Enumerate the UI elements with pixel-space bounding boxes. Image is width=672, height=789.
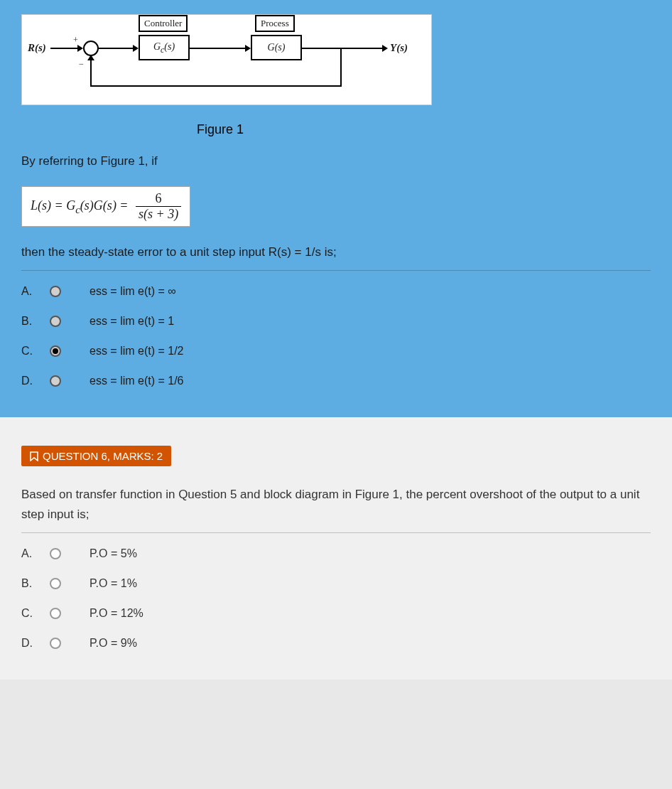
option-letter: C. bbox=[21, 345, 50, 358]
controller-block: Gc(s) bbox=[139, 35, 190, 60]
process-block: G(s) bbox=[251, 35, 302, 60]
question-followup: then the steady-state error to a unit st… bbox=[21, 242, 651, 262]
radio-button[interactable] bbox=[50, 316, 61, 327]
question-badge: QUESTION 6, MARKS: 2 bbox=[21, 446, 171, 466]
output-signal-label: Y(s) bbox=[390, 42, 408, 54]
formula-box: L(s) = Gc(s)G(s) = 6 s(s + 3) bbox=[21, 186, 190, 227]
formula-denominator: s(s + 3) bbox=[136, 207, 181, 222]
option-d[interactable]: D. ess = lim e(t) = 1/6 bbox=[21, 366, 651, 396]
divider bbox=[21, 532, 651, 533]
divider bbox=[21, 270, 651, 271]
diagram-wire bbox=[50, 48, 79, 49]
plus-sign: + bbox=[73, 35, 78, 45]
radio-button[interactable] bbox=[50, 286, 61, 297]
bookmark-icon bbox=[30, 451, 38, 461]
arrow-icon bbox=[87, 55, 94, 60]
input-signal-label: R(s) bbox=[28, 42, 46, 54]
option-text: P.O = 9% bbox=[90, 637, 137, 650]
option-letter: A. bbox=[21, 285, 50, 298]
radio-button[interactable] bbox=[50, 578, 61, 589]
option-c[interactable]: C. P.O = 12% bbox=[21, 599, 651, 628]
question-text: Based on transfer function in Question 5… bbox=[21, 485, 651, 523]
formula-numerator: 6 bbox=[136, 191, 181, 207]
figure-caption: Figure 1 bbox=[185, 122, 256, 137]
process-title: Process bbox=[255, 15, 295, 32]
radio-button[interactable] bbox=[50, 375, 61, 387]
block-diagram: R(s) + − Controller Gc(s) Process G(s) bbox=[28, 21, 426, 99]
option-text: P.O = 1% bbox=[90, 577, 137, 590]
badge-text: QUESTION 6, MARKS: 2 bbox=[43, 450, 163, 462]
option-a[interactable]: A. P.O = 5% bbox=[21, 539, 651, 569]
option-letter: B. bbox=[21, 315, 50, 328]
radio-button[interactable] bbox=[50, 638, 61, 649]
radio-button[interactable] bbox=[50, 608, 61, 619]
diagram-wire bbox=[190, 48, 246, 49]
option-text: P.O = 5% bbox=[90, 547, 137, 560]
option-letter: B. bbox=[21, 577, 50, 590]
controller-title: Controller bbox=[139, 15, 188, 32]
radio-button[interactable] bbox=[50, 548, 61, 559]
diagram-wire bbox=[90, 85, 342, 87]
diagram-wire bbox=[340, 48, 342, 87]
arrow-icon bbox=[382, 45, 388, 52]
arrow-icon bbox=[77, 45, 83, 52]
option-text: ess = lim e(t) = ∞ bbox=[90, 285, 176, 298]
option-b[interactable]: B. P.O = 1% bbox=[21, 569, 651, 599]
question-5-block: R(s) + − Controller Gc(s) Process G(s) bbox=[0, 0, 672, 417]
formula-fraction: 6 s(s + 3) bbox=[136, 191, 181, 222]
formula-lhs: L(s) = Gc(s)G(s) = bbox=[31, 198, 131, 213]
diagram-wire bbox=[99, 48, 134, 49]
arrow-icon bbox=[133, 45, 139, 52]
option-a[interactable]: A. ess = lim e(t) = ∞ bbox=[21, 277, 651, 306]
question-6-block: QUESTION 6, MARKS: 2 Based on transfer f… bbox=[0, 417, 672, 679]
option-text: ess = lim e(t) = 1/2 bbox=[90, 345, 184, 358]
arrow-icon bbox=[245, 45, 251, 52]
option-d[interactable]: D. P.O = 9% bbox=[21, 628, 651, 658]
option-letter: D. bbox=[21, 637, 50, 650]
question-intro: By referring to Figure 1, if bbox=[21, 151, 651, 171]
option-b[interactable]: B. ess = lim e(t) = 1 bbox=[21, 306, 651, 336]
minus-sign: − bbox=[79, 59, 84, 70]
option-text: P.O = 12% bbox=[90, 607, 143, 620]
block-diagram-container: R(s) + − Controller Gc(s) Process G(s) bbox=[21, 14, 432, 105]
option-text: ess = lim e(t) = 1 bbox=[90, 315, 174, 328]
summing-junction bbox=[83, 41, 99, 56]
option-letter: C. bbox=[21, 607, 50, 620]
option-letter: D. bbox=[21, 375, 50, 387]
diagram-wire bbox=[302, 48, 384, 49]
option-letter: A. bbox=[21, 547, 50, 560]
radio-button-selected[interactable] bbox=[50, 345, 61, 357]
option-c[interactable]: C. ess = lim e(t) = 1/2 bbox=[21, 336, 651, 366]
diagram-wire bbox=[90, 56, 92, 87]
controller-tf: Gc(s) bbox=[153, 41, 175, 55]
option-text: ess = lim e(t) = 1/6 bbox=[90, 375, 184, 387]
process-tf: G(s) bbox=[268, 42, 286, 53]
